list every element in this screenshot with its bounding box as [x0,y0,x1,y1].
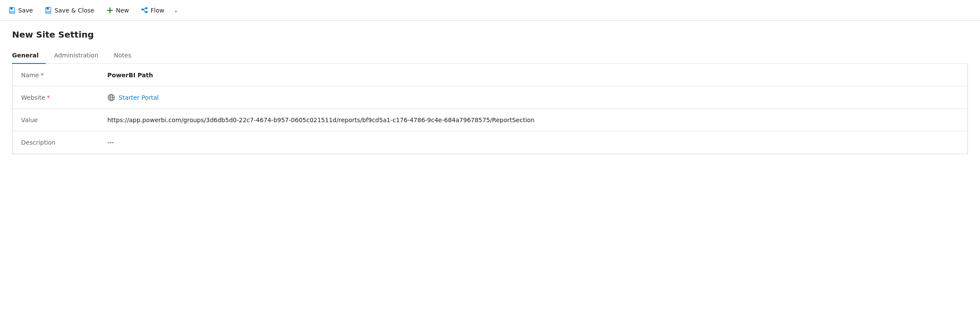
description-value: --- [107,139,959,146]
flow-chevron-button[interactable]: ⌄ [171,5,181,16]
name-required-star: * [41,72,44,79]
save-close-icon [45,7,52,14]
page-content: New Site Setting General Administration … [0,21,980,163]
tabs: General Administration Notes [12,48,968,64]
new-icon [106,7,113,14]
description-label: Description [21,139,107,146]
website-value[interactable]: Starter Portal [107,94,959,101]
new-label: New [116,7,129,14]
save-close-label: Save & Close [54,7,94,14]
svg-rect-3 [13,8,13,9]
website-required-star: * [47,94,50,101]
svg-rect-6 [46,11,50,13]
svg-rect-2 [10,11,14,13]
tab-administration[interactable]: Administration [54,48,105,64]
save-close-button[interactable]: Save & Close [40,4,99,16]
form-row-value: Value https://app.powerbi.com/groups/3d6… [13,109,967,131]
globe-icon [107,94,115,101]
new-button[interactable]: New [101,4,135,16]
chevron-down-icon: ⌄ [174,7,178,13]
name-label: Name * [21,72,107,79]
save-icon [9,7,16,14]
svg-rect-10 [141,9,144,10]
svg-rect-11 [145,7,147,9]
svg-rect-7 [49,8,50,9]
form-row-name: Name * PowerBI Path [13,64,967,86]
form-row-website: Website * Starter Portal [13,86,967,109]
tab-general[interactable]: General [12,48,46,64]
toolbar: Save Save & Close New [0,0,980,21]
svg-rect-12 [145,11,147,13]
save-label: Save [18,7,33,14]
tab-notes[interactable]: Notes [114,48,138,64]
value-value: https://app.powerbi.com/groups/3d6db5d0-… [107,117,959,123]
form-row-description: Description --- [13,131,967,154]
flow-button[interactable]: Flow [136,4,169,16]
page-title: New Site Setting [12,29,968,40]
website-label: Website * [21,94,107,101]
form-area: Name * PowerBI Path Website * [12,64,968,154]
value-label: Value [21,117,107,123]
save-button[interactable]: Save [3,4,38,16]
flow-icon [141,7,148,14]
name-value: PowerBI Path [107,72,959,79]
flow-label: Flow [150,7,164,14]
